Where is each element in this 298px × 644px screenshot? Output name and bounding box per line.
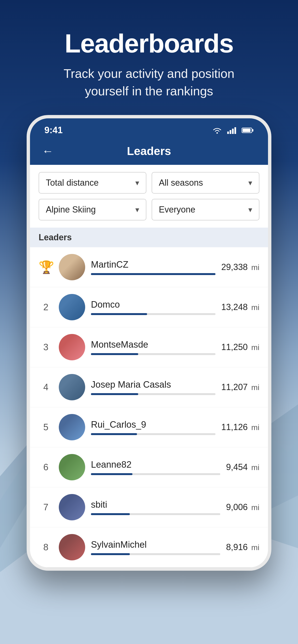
rank-number: 6: [39, 462, 53, 472]
progress-bar-background: [91, 353, 215, 355]
svg-rect-11: [234, 127, 236, 134]
leaders-section-header: Leaders: [30, 228, 268, 247]
leaderboard-item[interactable]: 7 sbiti 9,006 mi: [30, 487, 268, 527]
metric-filter-label: Total distance: [46, 178, 99, 188]
leaderboard-item[interactable]: 8 SylvainMichel 8,916 mi: [30, 527, 268, 567]
distance-unit: mi: [249, 543, 259, 552]
leaderboard-item[interactable]: 2 Domco 13,248 mi: [30, 287, 268, 327]
progress-bar-fill: [91, 473, 132, 475]
svg-rect-9: [230, 130, 231, 134]
svg-point-7: [216, 132, 218, 134]
leaderboard-item[interactable]: 🏆 MartinCZ 29,338 mi: [30, 247, 268, 287]
metric-chevron-icon: ▾: [135, 178, 139, 187]
progress-bar-fill: [91, 273, 215, 275]
username: sbiti: [91, 500, 220, 510]
rank-number: 3: [39, 342, 53, 352]
distance-unit: mi: [249, 303, 259, 312]
svg-rect-14: [243, 129, 250, 132]
season-chevron-icon: ▾: [248, 178, 252, 187]
user-info: MontseMasde: [91, 340, 215, 355]
nav-title: Leaders: [127, 144, 171, 158]
scope-chevron-icon: ▾: [248, 205, 252, 214]
username: MontseMasde: [91, 340, 215, 350]
progress-bar-fill: [91, 353, 138, 355]
user-info: Josep Maria Casals: [91, 380, 215, 395]
status-icons: [212, 126, 254, 134]
distance-unit: mi: [249, 423, 259, 432]
signal-icon: [227, 126, 237, 134]
distance-value: 8,916 mi: [226, 542, 259, 552]
distance-unit: mi: [249, 343, 259, 352]
svg-rect-8: [227, 132, 229, 134]
scope-filter-label: Everyone: [159, 204, 195, 215]
user-info: MartinCZ: [91, 260, 215, 275]
page-subtitle: Track your activity and position yoursel…: [41, 65, 257, 100]
wifi-icon: [212, 126, 222, 134]
progress-bar-background: [91, 313, 215, 315]
user-info: Rui_Carlos_9: [91, 420, 215, 435]
battery-icon: [242, 127, 254, 134]
username: Josep Maria Casals: [91, 380, 215, 390]
page-title: Leaderboards: [0, 29, 298, 58]
distance-value: 9,006 mi: [226, 502, 259, 512]
avatar: [59, 294, 85, 320]
progress-bar-background: [91, 553, 220, 555]
distance-value: 13,248 mi: [221, 302, 259, 312]
username: Leanne82: [91, 460, 220, 470]
leaders-section-title: Leaders: [39, 232, 72, 242]
season-filter[interactable]: All seasons ▾: [152, 172, 259, 194]
sport-filter[interactable]: Alpine Skiing ▾: [39, 199, 146, 220]
phone-frame: 9:41: [27, 115, 271, 571]
rank-number: 2: [39, 302, 53, 312]
avatar: [59, 334, 85, 360]
metric-filter[interactable]: Total distance ▾: [39, 172, 146, 194]
avatar: [59, 454, 85, 480]
username: Rui_Carlos_9: [91, 420, 215, 430]
progress-bar-fill: [91, 553, 130, 555]
status-bar: 9:41: [30, 118, 268, 140]
avatar: [59, 254, 85, 280]
back-button[interactable]: ←: [42, 144, 54, 158]
progress-bar-background: [91, 513, 220, 515]
rank-number: 5: [39, 422, 53, 432]
filter-area: Total distance ▾ All seasons ▾ Alpine Sk…: [30, 165, 268, 228]
user-info: Leanne82: [91, 460, 220, 475]
progress-bar-fill: [91, 513, 130, 515]
rank-number: 7: [39, 502, 53, 512]
status-time: 9:41: [44, 125, 63, 135]
leaderboard-item[interactable]: 3 MontseMasde 11,250 mi: [30, 327, 268, 367]
sport-chevron-icon: ▾: [135, 205, 139, 214]
username: SylvainMichel: [91, 540, 220, 550]
scope-filter[interactable]: Everyone ▾: [152, 199, 259, 220]
distance-value: 11,250 mi: [221, 342, 259, 352]
progress-bar-fill: [91, 433, 137, 435]
phone-mockup: 9:41: [27, 115, 271, 571]
season-filter-label: All seasons: [159, 178, 203, 188]
header-section: Leaderboards Track your activity and pos…: [0, 0, 298, 114]
svg-rect-10: [232, 129, 234, 134]
leaderboard-item[interactable]: 6 Leanne82 9,454 mi: [30, 447, 268, 487]
trophy-icon: 🏆: [39, 260, 53, 274]
distance-value: 11,207 mi: [221, 382, 259, 392]
sport-filter-label: Alpine Skiing: [46, 204, 96, 215]
progress-bar-fill: [91, 393, 138, 395]
distance-unit: mi: [249, 263, 259, 272]
distance-value: 11,126 mi: [221, 422, 259, 432]
nav-bar: ← Leaders: [30, 140, 268, 165]
user-info: sbiti: [91, 500, 220, 515]
avatar: [59, 494, 85, 520]
leaderboard-item[interactable]: 4 Josep Maria Casals 11,207 mi: [30, 367, 268, 407]
distance-unit: mi: [249, 383, 259, 392]
distance-value: 9,454 mi: [226, 462, 259, 472]
leaderboard-item[interactable]: 5 Rui_Carlos_9 11,126 mi: [30, 407, 268, 447]
user-info: SylvainMichel: [91, 540, 220, 555]
distance-unit: mi: [249, 463, 259, 472]
progress-bar-background: [91, 393, 215, 395]
avatar: [59, 374, 85, 400]
avatar: [59, 414, 85, 440]
distance-value: 29,338 mi: [221, 262, 259, 272]
username: Domco: [91, 300, 215, 310]
progress-bar-background: [91, 273, 215, 275]
rank-number: 8: [39, 542, 53, 552]
progress-bar-fill: [91, 313, 147, 315]
